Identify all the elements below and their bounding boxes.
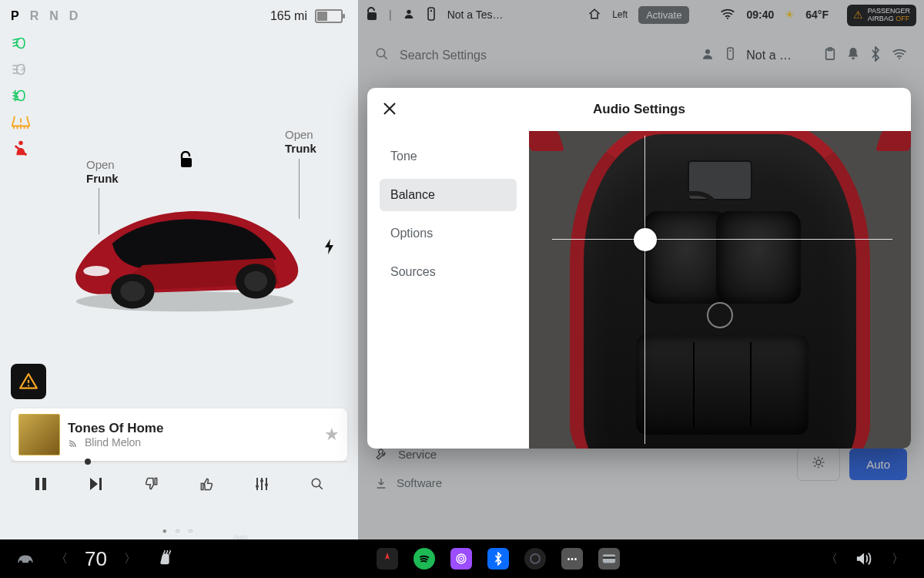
seatbelt-warning-icon (11, 140, 31, 156)
svg-point-65 (19, 560, 23, 564)
svg-line-39 (319, 486, 323, 489)
media-progress[interactable] (11, 461, 347, 462)
svg-point-25 (244, 271, 267, 291)
now-playing-card[interactable]: Tones Of Home Blind Melon ★ (11, 408, 347, 461)
vehicle-status-pane: P R N D 165 mi A Open Frunk Open Trunk (0, 0, 358, 539)
gear-n: N (49, 9, 59, 23)
recent-app-button[interactable] (598, 548, 620, 570)
bluetooth-app-button[interactable] (487, 548, 509, 570)
svg-point-66 (28, 560, 32, 564)
volume-down-button[interactable]: 〈 (821, 551, 842, 567)
next-track-button[interactable] (82, 477, 111, 495)
car-controls-button[interactable] (15, 549, 35, 569)
media-controls (11, 472, 347, 500)
album-art (18, 414, 60, 455)
svg-point-36 (260, 479, 263, 482)
range-remaining: 165 mi (270, 9, 307, 23)
svg-point-18 (18, 141, 23, 146)
svg-text:A: A (21, 66, 25, 72)
pause-button[interactable] (26, 477, 55, 495)
gear-d: D (69, 9, 79, 23)
svg-rect-31 (99, 478, 102, 490)
podcasts-app-button[interactable] (450, 548, 472, 570)
volume-control: 〈 〉 (821, 549, 909, 569)
balance-center-marker (707, 302, 733, 328)
svg-point-23 (120, 281, 145, 301)
svg-point-69 (460, 558, 462, 560)
dashcam-app-button[interactable] (524, 548, 546, 570)
seat-heater-driver-button[interactable] (156, 549, 176, 569)
svg-rect-30 (42, 478, 46, 490)
favorite-star-icon[interactable]: ★ (324, 425, 340, 445)
audio-settings-modal: Audio Settings Tone Balance Options Sour… (367, 88, 911, 449)
tab-sources[interactable]: Sources (380, 256, 517, 288)
all-apps-button[interactable]: ••• (561, 548, 583, 570)
tire-pressure-warning-icon (11, 114, 31, 129)
thumbs-down-button[interactable] (137, 476, 166, 496)
close-icon (383, 102, 397, 116)
svg-rect-29 (35, 478, 39, 490)
tab-tone[interactable]: Tone (380, 140, 517, 173)
volume-up-button[interactable]: 〉 (887, 551, 909, 567)
telltale-stack: A (11, 35, 31, 156)
equalizer-button[interactable] (247, 477, 276, 495)
alerts-button[interactable] (11, 364, 46, 399)
headlight-low-beam-icon (11, 35, 31, 51)
audio-tabs: Tone Balance Options Sources (367, 131, 529, 449)
auto-high-beam-icon: A (11, 62, 31, 77)
balance-handle[interactable] (634, 228, 657, 251)
tab-options[interactable]: Options (380, 217, 517, 250)
battery-icon (315, 9, 343, 23)
fog-light-icon (11, 88, 31, 103)
source-cast-icon (68, 436, 80, 449)
modal-title: Audio Settings (593, 102, 685, 117)
gear-r: R (30, 9, 39, 23)
cabin-temp[interactable]: 70 (85, 547, 107, 571)
svg-point-26 (83, 266, 109, 276)
volume-icon[interactable] (855, 549, 875, 569)
search-media-button[interactable] (303, 477, 332, 495)
svg-point-38 (312, 479, 320, 487)
temp-down-button[interactable]: 〈 (51, 551, 72, 567)
spotify-app-button[interactable] (413, 548, 435, 570)
gear-selector: P R N D (11, 9, 78, 23)
temp-up-button[interactable]: 〉 (119, 551, 141, 567)
track-artist: Blind Melon (68, 436, 324, 449)
page-dots: ● ○ ○ (0, 526, 358, 535)
track-title: Tones Of Home (68, 421, 324, 436)
svg-point-12 (20, 124, 22, 126)
nav-app-button[interactable] (377, 548, 398, 570)
svg-rect-71 (603, 556, 615, 559)
vehicle-render (31, 131, 339, 362)
gear-p: P (11, 9, 19, 23)
tab-balance[interactable]: Balance (380, 179, 517, 211)
svg-point-37 (265, 483, 268, 486)
svg-point-35 (256, 485, 259, 488)
svg-line-1 (12, 42, 18, 43)
balance-fade-pad[interactable] (529, 131, 911, 449)
close-button[interactable] (383, 102, 397, 119)
bottom-dock: 〈 70 〉 ••• 〈 〉 (0, 539, 924, 578)
thumbs-up-button[interactable] (192, 476, 221, 496)
svg-point-28 (28, 385, 29, 386)
driver-temp-control: 〈 70 〉 (51, 547, 141, 571)
